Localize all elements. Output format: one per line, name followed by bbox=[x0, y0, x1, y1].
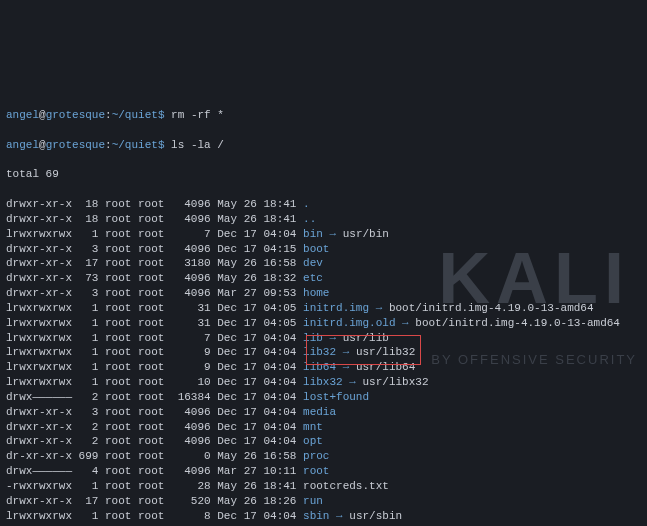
ls-row: -rwxrwxrwx 1 root root 28 May 26 18:41 r… bbox=[6, 479, 641, 494]
prompt-line-2: angel@grotesque:~/quiet$ ls -la / bbox=[6, 138, 641, 153]
ls-row: lrwxrwxrwx 1 root root 7 Dec 17 04:04 bi… bbox=[6, 227, 641, 242]
prompt-line-1: angel@grotesque:~/quiet$ rm -rf * bbox=[6, 108, 641, 123]
ls-row: drwx—————— 2 root root 16384 Dec 17 04:0… bbox=[6, 390, 641, 405]
ls-row: drwxr-xr-x 3 root root 4096 Mar 27 09:53… bbox=[6, 286, 641, 301]
ls-row: drwxr-xr-x 3 root root 4096 Dec 17 04:15… bbox=[6, 242, 641, 257]
ls-row: drwxr-xr-x 17 root root 3180 May 26 16:5… bbox=[6, 256, 641, 271]
ls-row: drwx—————— 4 root root 4096 Mar 27 10:11… bbox=[6, 464, 641, 479]
ls-row: lrwxrwxrwx 1 root root 9 Dec 17 04:04 li… bbox=[6, 345, 641, 360]
ls-row: drwxr-xr-x 18 root root 4096 May 26 18:4… bbox=[6, 197, 641, 212]
ls-row: drwxr-xr-x 2 root root 4096 Dec 17 04:04… bbox=[6, 420, 641, 435]
ls-listing: drwxr-xr-x 18 root root 4096 May 26 18:4… bbox=[6, 197, 641, 526]
ls-row: drwxr-xr-x 73 root root 4096 May 26 18:3… bbox=[6, 271, 641, 286]
ls-row: lrwxrwxrwx 1 root root 31 Dec 17 04:05 i… bbox=[6, 316, 641, 331]
ls-row: drwxr-xr-x 3 root root 4096 Dec 17 04:04… bbox=[6, 405, 641, 420]
ls-row: drwxr-xr-x 2 root root 4096 Dec 17 04:04… bbox=[6, 434, 641, 449]
ls-total: total 69 bbox=[6, 167, 641, 182]
ls-row: lrwxrwxrwx 1 root root 10 Dec 17 04:04 l… bbox=[6, 375, 641, 390]
ls-row: drwxr-xr-x 17 root root 520 May 26 18:26… bbox=[6, 494, 641, 509]
ls-row: lrwxrwxrwx 1 root root 31 Dec 17 04:05 i… bbox=[6, 301, 641, 316]
ls-row: drwxr-xr-x 18 root root 4096 May 26 18:4… bbox=[6, 212, 641, 227]
ls-row: lrwxrwxrwx 1 root root 9 Dec 17 04:04 li… bbox=[6, 360, 641, 375]
ls-row: lrwxrwxrwx 1 root root 8 Dec 17 04:04 sb… bbox=[6, 509, 641, 524]
ls-row: lrwxrwxrwx 1 root root 7 Dec 17 04:04 li… bbox=[6, 331, 641, 346]
ls-row: dr-xr-xr-x 699 root root 0 May 26 16:58 … bbox=[6, 449, 641, 464]
terminal-output[interactable]: angel@grotesque:~/quiet$ rm -rf * angel@… bbox=[6, 93, 641, 526]
